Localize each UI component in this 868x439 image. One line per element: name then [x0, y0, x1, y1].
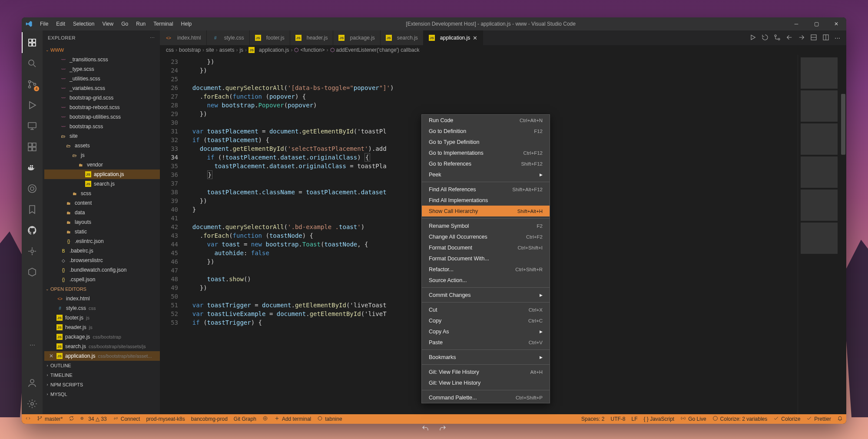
menu-item-copy-as[interactable]: Copy As▶: [422, 326, 550, 337]
settings-icon[interactable]: [22, 393, 43, 414]
tab-package-js[interactable]: JSpackage.js: [333, 30, 380, 45]
statusbar-item[interactable]: Colorize: 2 variables: [712, 416, 768, 422]
breadcrumb-item[interactable]: assets: [219, 47, 235, 53]
menu-item-rename-symbol[interactable]: Rename SymbolF2: [422, 220, 550, 231]
menu-view[interactable]: View: [99, 19, 117, 29]
breadcrumbs[interactable]: css›bootstrap›site›assets›js›JSapplicati…: [160, 45, 846, 55]
tab-style-css[interactable]: #style.css: [207, 30, 250, 45]
test-icon[interactable]: [22, 178, 43, 199]
explorer-icon[interactable]: [22, 32, 43, 53]
menu-item-go-to-definition[interactable]: Go to DefinitionF12: [422, 126, 550, 136]
tab-index-html[interactable]: <>index.html: [160, 30, 207, 45]
more-icon[interactable]: ⋯: [22, 334, 43, 355]
docker-icon[interactable]: [22, 157, 43, 178]
statusbar-item[interactable]: Git Graph: [234, 416, 256, 422]
breadcrumb-item[interactable]: application.js: [259, 47, 289, 53]
tab-search-js[interactable]: JSsearch.js: [381, 30, 424, 45]
run-debug-icon[interactable]: [22, 95, 43, 116]
menu-item-paste[interactable]: PasteCtrl+V: [422, 337, 550, 348]
go-back-icon[interactable]: [786, 34, 793, 42]
run-icon[interactable]: [749, 34, 756, 42]
menu-go[interactable]: Go: [118, 19, 132, 29]
kubernetes-icon[interactable]: [22, 262, 43, 283]
statusbar-item[interactable]: [69, 416, 74, 422]
tab-application-js[interactable]: JSapplication.js✕: [424, 30, 483, 45]
menu-item-format-document[interactable]: Format DocumentCtrl+Shift+I: [422, 242, 550, 253]
statusbar-item[interactable]: [25, 416, 31, 422]
breadcrumb-item[interactable]: css: [166, 47, 174, 53]
menu-item-go-to-references[interactable]: Go to ReferencesShift+F12: [422, 158, 550, 169]
menu-item-peek[interactable]: Peek▶: [422, 169, 550, 180]
file-item[interactable]: {}.cspell.json: [44, 275, 160, 284]
statusbar-item[interactable]: tabnine: [317, 416, 342, 422]
menu-item-run-code[interactable]: Run CodeCtrl+Alt+N: [422, 115, 550, 126]
statusbar-item[interactable]: prod-myseat-k8s: [146, 416, 185, 422]
tab-footer-js[interactable]: JSfooter.js: [250, 30, 290, 45]
redo-icon[interactable]: [439, 424, 447, 433]
statusbar-item[interactable]: Go Live: [680, 416, 706, 422]
file-item[interactable]: 〰bootstrap-utilities.scss: [44, 112, 160, 122]
minimap[interactable]: [798, 55, 840, 414]
statusbar-item[interactable]: Prettier: [806, 416, 831, 422]
breadcrumb-item[interactable]: addEventListener('change') callback: [336, 47, 420, 53]
statusbar-item[interactable]: LF: [631, 416, 637, 422]
statusbar-item[interactable]: [837, 416, 843, 422]
folder-item[interactable]: 🖿layouts: [44, 217, 160, 227]
menu-item-bookmarks[interactable]: Bookmarks▶: [422, 352, 550, 363]
section-timeline[interactable]: ›TIMELINE: [43, 370, 160, 380]
file-item[interactable]: 〰bootstrap-grid.scss: [44, 93, 160, 103]
folder-item[interactable]: 🖿static: [44, 227, 160, 236]
statusbar-item[interactable]: Spaces: 2: [581, 416, 604, 422]
section-outline[interactable]: ›OUTLINE: [43, 361, 160, 370]
menu-item-refactor[interactable]: Refactor...Ctrl+Shift+R: [422, 264, 550, 275]
statusbar-item[interactable]: Add terminal: [274, 416, 311, 422]
file-item[interactable]: 〰_variables.scss: [44, 83, 160, 93]
statusbar-item[interactable]: bancobmg-prod: [191, 416, 228, 422]
statusbar-item[interactable]: { } JavaScript: [644, 416, 675, 422]
menu-selection[interactable]: Selection: [70, 19, 98, 29]
statusbar-item[interactable]: [262, 416, 268, 422]
menu-file[interactable]: File: [36, 19, 52, 29]
statusbar-item[interactable]: UTF-8: [610, 416, 625, 422]
maximize-button[interactable]: ▢: [806, 17, 826, 30]
sidebar-more-icon[interactable]: ⋯: [150, 35, 155, 41]
open-editor-item[interactable]: #style.csscss: [44, 303, 160, 313]
file-item[interactable]: JSapplication.js: [44, 170, 160, 179]
menu-item-cut[interactable]: CutCtrl+X: [422, 304, 550, 315]
section-mysql[interactable]: ›MYSQL: [43, 389, 160, 399]
menu-item-command-palette[interactable]: Command Palette...Ctrl+Shift+P: [422, 392, 550, 403]
extensions-icon[interactable]: [22, 136, 43, 157]
breadcrumb-item[interactable]: site: [206, 47, 214, 53]
menu-item-go-to-implementations[interactable]: Go to ImplementationsCtrl+F12: [422, 147, 550, 158]
statusbar-item[interactable]: master*: [37, 416, 63, 422]
open-editors-section[interactable]: ⌄OPEN EDITORS: [43, 284, 160, 294]
go-forward-icon[interactable]: [798, 34, 805, 42]
file-item[interactable]: {}.bundlewatch.config.json: [44, 265, 160, 275]
menu-item-show-call-hierarchy[interactable]: Show Call HierarchyShift+Alt+H: [422, 206, 550, 216]
search-icon[interactable]: [22, 53, 43, 74]
file-item[interactable]: JSsearch.js: [44, 179, 160, 189]
file-item[interactable]: ◇.browserslistrc: [44, 256, 160, 265]
folder-item[interactable]: 🖿data: [44, 208, 160, 217]
breadcrumb-item[interactable]: js: [239, 47, 243, 53]
menu-item-git-view-file-history[interactable]: Git: View File HistoryAlt+H: [422, 366, 550, 377]
menu-item-format-document-with[interactable]: Format Document With...: [422, 253, 550, 264]
file-item[interactable]: {}.eslintrc.json: [44, 236, 160, 246]
file-item[interactable]: B.babelrc.js: [44, 246, 160, 256]
file-item[interactable]: 〰_utilities.scss: [44, 74, 160, 83]
github-icon[interactable]: [22, 220, 43, 241]
folder-item[interactable]: 🖿vendor: [44, 160, 160, 170]
open-editor-item[interactable]: JSsearch.jscss/bootstrap/site/assets/js: [44, 342, 160, 351]
source-control-icon[interactable]: 4: [22, 74, 43, 95]
file-item[interactable]: 〰bootstrap.scss: [44, 122, 160, 131]
tab-header-js[interactable]: JSheader.js: [290, 30, 334, 45]
menu-item-find-all-references[interactable]: Find All ReferencesShift+Alt+F12: [422, 184, 550, 195]
menu-item-find-all-implementations[interactable]: Find All Implementations: [422, 195, 550, 206]
live-share-icon[interactable]: [22, 241, 43, 262]
tab-close-icon[interactable]: ✕: [473, 35, 477, 41]
vertical-scrollbar[interactable]: [840, 55, 846, 414]
minimize-button[interactable]: ─: [786, 17, 806, 30]
menu-run[interactable]: Run: [133, 19, 149, 29]
breadcrumb-item[interactable]: <function>: [300, 47, 325, 53]
statusbar-item[interactable]: 34 △ 33: [80, 416, 106, 422]
